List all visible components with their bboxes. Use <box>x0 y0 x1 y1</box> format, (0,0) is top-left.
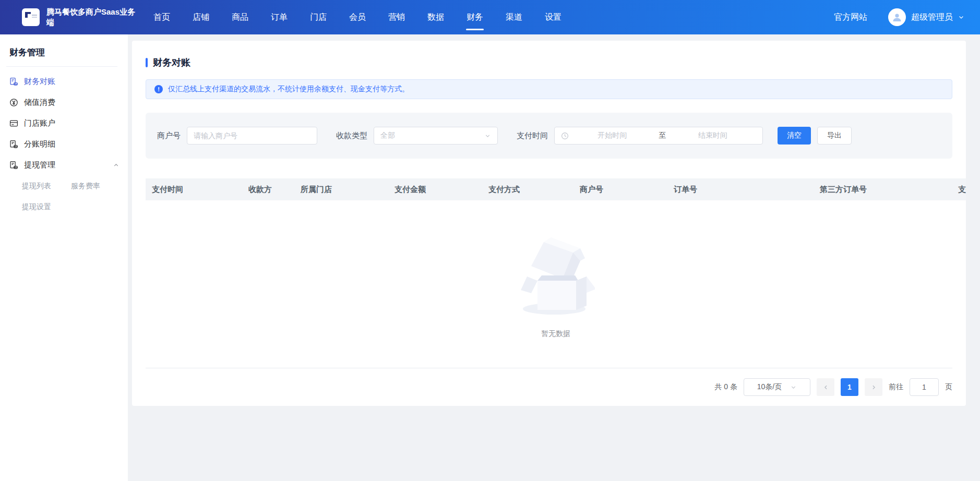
col-third-party-order-id: 第三方订单号 <box>814 185 952 195</box>
col-payment-method: 支付方式 <box>482 185 573 195</box>
content-card: 财务对账 ! 仅汇总线上支付渠道的交易流水，不统计使用余额支付、现金支付等方式。… <box>132 41 966 406</box>
sidebar-subitem-withdrawal-settings[interactable]: 提现设置 <box>22 196 71 217</box>
filter-panel: 商户号 收款类型 全部 支付时间 <box>146 113 952 159</box>
goto-label: 前往 <box>889 382 903 392</box>
col-order-id: 订单号 <box>667 185 814 195</box>
page-number-1[interactable]: 1 <box>841 378 858 396</box>
clear-button[interactable]: 清空 <box>778 127 811 145</box>
nav-item-member[interactable]: 会员 <box>348 0 367 35</box>
payment-type-select[interactable]: 全部 <box>374 127 498 145</box>
nav-item-data[interactable]: 数据 <box>426 0 445 35</box>
nav-item-store[interactable]: 门店 <box>309 0 328 35</box>
chevron-down-icon <box>484 133 491 139</box>
sidebar-subitem-service-rate[interactable]: 服务费率 <box>71 175 120 196</box>
sidebar: 财务管理 财务对账 储值消费 门店账户 <box>0 34 128 481</box>
info-icon: ! <box>154 85 163 93</box>
nav-item-home[interactable]: 首页 <box>152 0 171 35</box>
nav-item-settings[interactable]: 设置 <box>544 0 563 35</box>
sidebar-item-store-account[interactable]: 门店账户 <box>0 113 128 134</box>
chevron-down-icon <box>958 14 964 20</box>
page-layout: 财务管理 财务对账 储值消费 门店账户 <box>0 34 980 481</box>
next-page-button[interactable] <box>865 378 882 396</box>
nav-item-marketing[interactable]: 营销 <box>387 0 406 35</box>
reconciliation-table: 支付时间 收款方 所属门店 支付金额 支付方式 商户号 订单号 第三方订单号 支… <box>146 178 966 339</box>
info-alert: ! 仅汇总线上支付渠道的交易流水，不统计使用余额支付、现金支付等方式。 <box>146 79 952 99</box>
nav-item-product[interactable]: 商品 <box>231 0 249 35</box>
alert-text: 仅汇总线上支付渠道的交易流水，不统计使用余额支付、现金支付等方式。 <box>168 85 409 94</box>
empty-state: 暂无数据 <box>146 231 966 339</box>
export-button[interactable]: 导出 <box>817 127 852 145</box>
sidebar-item-label: 储值消费 <box>24 98 55 107</box>
navbar-right: 官方网站 超级管理员 <box>834 8 964 26</box>
range-separator: 至 <box>656 131 670 140</box>
chevron-down-icon <box>790 384 797 391</box>
main-content: 财务对账 ! 仅汇总线上支付渠道的交易流水，不统计使用余额支付、现金支付等方式。… <box>128 34 980 481</box>
sidebar-subitem-withdrawal-list[interactable]: 提现列表 <box>22 175 71 196</box>
main-nav: 首页 店铺 商品 订单 门店 会员 营销 数据 财务 渠道 设置 <box>152 0 563 35</box>
ledger-coins-icon <box>9 161 18 170</box>
col-payment-amount: 支付金额 <box>388 185 482 195</box>
nav-item-channel[interactable]: 渠道 <box>505 0 523 35</box>
sidebar-item-label: 提现管理 <box>24 160 55 170</box>
chevron-up-icon[interactable] <box>113 162 119 169</box>
page-size-value: 10条/页 <box>757 382 782 392</box>
col-merchant-id: 商户号 <box>573 185 667 195</box>
col-payment-clipped: 支付 <box>952 185 966 195</box>
official-site-link[interactable]: 官方网站 <box>834 12 867 23</box>
avatar <box>888 8 906 26</box>
chevron-right-icon <box>870 384 877 391</box>
pagination: 共 0 条 10条/页 1 前 <box>714 368 952 406</box>
table-header-row: 支付时间 收款方 所属门店 支付金额 支付方式 商户号 订单号 第三方订单号 支… <box>146 178 966 200</box>
payment-type-value: 全部 <box>380 131 395 140</box>
col-store: 所属门店 <box>294 185 388 195</box>
nav-item-shop[interactable]: 店铺 <box>192 0 210 35</box>
user-menu[interactable]: 超级管理员 <box>888 8 964 26</box>
end-time-input[interactable]: 结束时间 <box>670 131 757 140</box>
payment-time-label: 支付时间 <box>517 131 548 141</box>
col-payee: 收款方 <box>242 185 294 195</box>
sidebar-submenu: 提现列表 服务费率 提现设置 <box>0 175 125 217</box>
user-name: 超级管理员 <box>911 12 953 23</box>
payment-time-range-picker[interactable]: 开始时间 至 结束时间 <box>554 127 763 145</box>
empty-box-illustration <box>517 231 595 317</box>
sidebar-item-label: 财务对账 <box>24 77 55 87</box>
page-size-select[interactable]: 10条/页 <box>744 378 810 396</box>
user-icon <box>891 11 903 23</box>
sidebar-item-withdrawal-management[interactable]: 提现管理 <box>0 154 128 175</box>
prev-page-button[interactable] <box>817 378 834 396</box>
nav-item-order[interactable]: 订单 <box>270 0 289 35</box>
top-navbar: 腾马餐饮多商户Saas业务端 首页 店铺 商品 订单 门店 会员 营销 数据 财… <box>0 0 980 34</box>
yen-circle-icon <box>9 98 18 107</box>
nav-item-finance[interactable]: 财务 <box>465 0 484 35</box>
merchant-id-input[interactable] <box>187 127 317 145</box>
bank-card-icon <box>9 119 18 128</box>
clock-icon <box>561 132 569 140</box>
sidebar-title: 财务管理 <box>0 34 128 66</box>
sidebar-item-label: 分账明细 <box>24 139 55 149</box>
start-time-input[interactable]: 开始时间 <box>569 131 656 140</box>
chevron-left-icon <box>822 384 829 391</box>
page-title: 财务对账 <box>153 56 190 69</box>
sidebar-divider <box>6 66 117 67</box>
merchant-id-label: 商户号 <box>157 131 181 141</box>
app-logo-icon <box>22 8 40 26</box>
title-accent-bar <box>146 58 148 67</box>
sidebar-item-split-account-detail[interactable]: 分账明细 <box>0 134 128 154</box>
sidebar-item-financial-reconciliation[interactable]: 财务对账 <box>0 71 128 92</box>
page-title-row: 财务对账 <box>132 41 966 69</box>
brand[interactable]: 腾马餐饮多商户Saas业务端 <box>22 7 152 28</box>
empty-text: 暂无数据 <box>541 329 570 339</box>
ledger-coins-icon <box>9 77 18 86</box>
ledger-coins-icon <box>9 140 18 149</box>
col-payment-time: 支付时间 <box>146 185 242 195</box>
payment-type-label: 收款类型 <box>336 131 367 141</box>
sidebar-item-label: 门店账户 <box>24 118 55 128</box>
goto-page-input[interactable] <box>910 378 939 396</box>
app-title: 腾马餐饮多商户Saas业务端 <box>46 7 139 28</box>
sidebar-item-stored-value-consumption[interactable]: 储值消费 <box>0 92 128 113</box>
page-unit-label: 页 <box>945 382 952 392</box>
total-count: 共 0 条 <box>714 382 737 392</box>
